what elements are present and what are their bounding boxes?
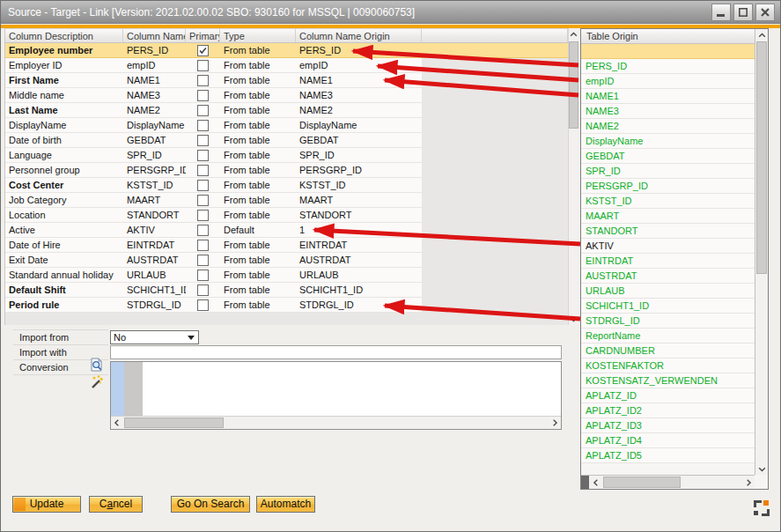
primary-checkbox[interactable]: [197, 210, 209, 221]
grid-vertical-scrollbar[interactable]: [568, 28, 578, 325]
scroll-down-button[interactable]: [755, 463, 768, 475]
table-row[interactable]: Employee numberPERS_IDFrom tablePERS_ID: [5, 43, 568, 58]
origin-list-item[interactable]: CARDNUMBER: [581, 344, 755, 358]
origin-list-item[interactable]: PERSGRP_ID: [581, 179, 755, 194]
origin-list-item[interactable]: KOSTENSATZ_VERWENDEN: [581, 373, 755, 388]
primary-checkbox[interactable]: [197, 180, 209, 191]
origin-list-item[interactable]: DisplayName: [581, 134, 755, 149]
primary-checkbox[interactable]: [197, 60, 209, 71]
chevron-up-icon: [758, 33, 766, 38]
table-row[interactable]: LanguageSPR_IDFrom tableSPR_ID: [5, 148, 568, 163]
update-button[interactable]: Update: [12, 496, 81, 513]
scroll-left-button[interactable]: [589, 476, 601, 489]
primary-checkbox[interactable]: [197, 255, 209, 266]
go-on-search-button[interactable]: Go On Search: [171, 496, 250, 513]
origin-list-item[interactable]: KSTST_ID: [581, 194, 755, 209]
primary-checkbox[interactable]: [197, 135, 209, 146]
primary-checkbox[interactable]: [197, 90, 209, 101]
origin-list-item[interactable]: STDRGL_ID: [581, 314, 755, 329]
primary-checkbox[interactable]: [197, 45, 209, 56]
primary-checkbox[interactable]: [197, 150, 209, 161]
conversion-editor[interactable]: [110, 361, 562, 430]
origin-list-item[interactable]: ReportName: [581, 329, 755, 344]
origin-list-item[interactable]: URLAUB: [581, 284, 755, 299]
scroll-thumb[interactable]: [569, 41, 578, 129]
primary-checkbox[interactable]: [197, 195, 209, 206]
scroll-thumb[interactable]: [603, 477, 681, 488]
table-row[interactable]: Middle nameNAME3From tableNAME3: [5, 88, 568, 103]
primary-checkbox[interactable]: [197, 120, 209, 131]
origin-list-item[interactable]: APLATZ_ID4: [581, 433, 755, 448]
primary-checkbox[interactable]: [197, 75, 209, 86]
maximize-button[interactable]: [733, 4, 753, 21]
table-row[interactable]: Employer IDempIDFrom tableempID: [5, 58, 568, 73]
import-from-select[interactable]: No: [110, 330, 199, 344]
primary-checkbox[interactable]: [197, 105, 209, 116]
origin-list-item[interactable]: GEBDAT: [581, 149, 755, 164]
close-button[interactable]: [755, 4, 775, 21]
origin-list-item[interactable]: APLATZ_ID: [581, 388, 755, 403]
origin-list-item[interactable]: [581, 44, 755, 59]
table-row[interactable]: Personnel groupPERSGRP_IDFrom tablePERSG…: [5, 163, 568, 178]
table-row[interactable]: Date of HireEINTRDATFrom tableEINTRDAT: [5, 238, 568, 253]
origin-list-item[interactable]: SPR_ID: [581, 164, 755, 179]
cell-type: From table: [220, 163, 296, 178]
table-row[interactable]: Standard annual holidayURLAUBFrom tableU…: [5, 268, 568, 283]
scroll-left-button[interactable]: [111, 417, 122, 429]
cell-column-name-origin: STANDORT: [296, 208, 422, 223]
import-with-input[interactable]: [110, 345, 562, 359]
cancel-button[interactable]: Cancel: [89, 496, 143, 513]
primary-checkbox[interactable]: [197, 240, 209, 251]
origin-list-item[interactable]: AUSTRDAT: [581, 269, 755, 284]
primary-checkbox[interactable]: [197, 165, 209, 176]
origin-list-item[interactable]: APLATZ_ID2: [581, 403, 755, 418]
scroll-right-button[interactable]: [549, 417, 561, 429]
primary-checkbox[interactable]: [197, 284, 209, 296]
scroll-up-button[interactable]: [569, 28, 578, 40]
panel-vertical-scrollbar[interactable]: [755, 29, 768, 475]
resize-grip[interactable]: [754, 500, 770, 516]
origin-list-item[interactable]: KOSTENFAKTOR: [581, 358, 755, 373]
scroll-thumb[interactable]: [756, 41, 767, 274]
origin-list-item[interactable]: STANDORT: [581, 224, 755, 239]
panel-horizontal-scrollbar[interactable]: [581, 475, 755, 489]
cell-type: From table: [220, 268, 296, 283]
table-row[interactable]: First NameNAME1From tableNAME1: [5, 73, 568, 88]
scroll-right-button[interactable]: [742, 476, 755, 489]
scroll-up-button[interactable]: [755, 29, 768, 41]
table-row[interactable]: Default ShiftSCHICHT1_IDFrom tableSCHICH…: [5, 283, 568, 298]
table-row[interactable]: Exit DateAUSTRDATFrom tableAUSTRDAT: [5, 253, 568, 268]
editor-horizontal-scrollbar[interactable]: [111, 416, 561, 429]
origin-list-item[interactable]: APLATZ_ID5: [581, 448, 755, 463]
cell-column-name: KSTST_ID: [123, 178, 186, 193]
table-origin-panel: Table Origin PERS_IDempIDNAME1NAME3NAME2…: [580, 28, 769, 490]
table-row[interactable]: Period ruleSTDRGL_IDFrom tableSTDRGL_ID: [5, 298, 568, 313]
origin-list-item[interactable]: NAME2: [581, 119, 755, 134]
primary-checkbox[interactable]: [197, 270, 209, 281]
origin-list-item[interactable]: EINTRDAT: [581, 254, 755, 269]
scrollbar-corner-box: [581, 476, 589, 489]
table-row[interactable]: Date of birthGEBDATFrom tableGEBDAT: [5, 133, 568, 148]
table-row[interactable]: DisplayNameDisplayNameFrom tableDisplayN…: [5, 118, 568, 133]
origin-list-item[interactable]: NAME1: [581, 89, 755, 104]
origin-list-item[interactable]: APLATZ_ID3: [581, 418, 755, 433]
table-row[interactable]: ActiveAKTIVDefault1: [5, 223, 568, 238]
conversion-wizard-button[interactable]: [88, 373, 104, 389]
origin-list-item[interactable]: SCHICHT1_ID: [581, 299, 755, 314]
primary-checkbox[interactable]: [197, 299, 209, 311]
scroll-thumb[interactable]: [124, 417, 224, 428]
origin-list-item[interactable]: AKTIV: [581, 239, 755, 254]
minimize-button[interactable]: [711, 4, 731, 21]
origin-list-item[interactable]: MAART: [581, 209, 755, 224]
table-row[interactable]: LocationSTANDORTFrom tableSTANDORT: [5, 208, 568, 223]
scroll-down-button[interactable]: [569, 314, 578, 325]
preview-conversion-button[interactable]: [89, 357, 105, 373]
origin-list-item[interactable]: PERS_ID: [581, 59, 755, 74]
automatch-button[interactable]: Automatch: [256, 496, 315, 513]
origin-list-item[interactable]: NAME3: [581, 104, 755, 119]
primary-checkbox[interactable]: [197, 225, 209, 236]
table-row[interactable]: Cost CenterKSTST_IDFrom tableKSTST_ID: [5, 178, 568, 193]
origin-list-item[interactable]: empID: [581, 74, 755, 89]
table-row[interactable]: Job CategoryMAARTFrom tableMAART: [5, 193, 568, 208]
table-row[interactable]: Last NameNAME2From tableNAME2: [5, 103, 568, 118]
